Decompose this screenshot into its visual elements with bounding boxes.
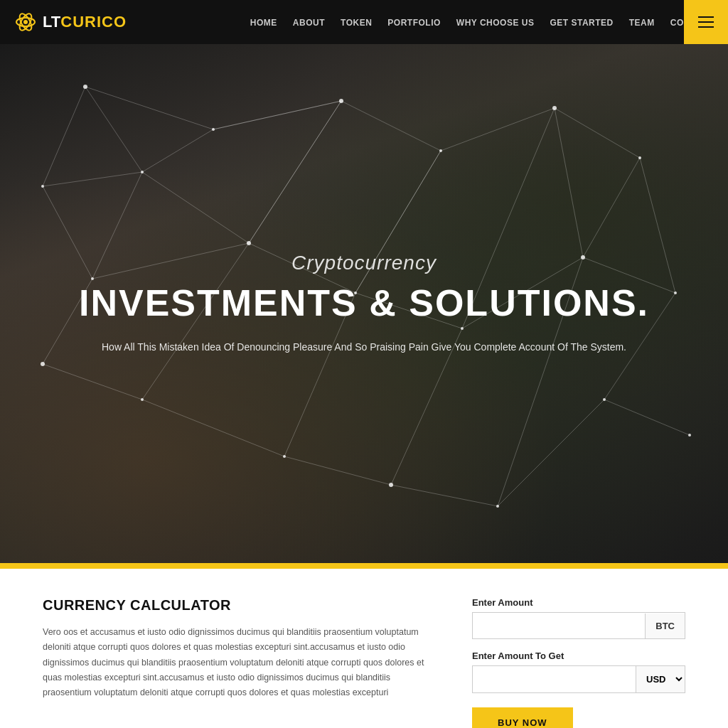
calculator-right-panel: Enter Amount BTC Enter Amount To Get USD… <box>472 597 685 728</box>
svg-point-49 <box>247 241 251 245</box>
nav-list: HOME ABOUT TOKEN PORTFOLIO WHY CHOOSE US… <box>250 16 714 28</box>
nav-item-token: TOKEN <box>341 16 372 28</box>
nav-item-team: TEAM <box>629 16 655 28</box>
nav-link-choose[interactable]: WHY CHOOSE US <box>456 18 535 28</box>
svg-point-3 <box>23 20 28 24</box>
nav-item-about: ABOUT <box>293 16 325 28</box>
svg-point-45 <box>439 149 442 152</box>
svg-point-62 <box>688 434 691 437</box>
hero-description: How All This Mistaken Idea Of Denouncing… <box>44 339 684 355</box>
svg-line-28 <box>142 400 284 456</box>
svg-point-47 <box>638 156 641 159</box>
svg-line-39 <box>249 101 341 243</box>
svg-point-42 <box>83 85 87 89</box>
nav-item-choose: WHY CHOOSE US <box>456 16 535 28</box>
svg-line-32 <box>391 485 498 506</box>
svg-point-53 <box>41 185 44 188</box>
svg-line-41 <box>555 108 583 257</box>
calculator-title: CURRENCY CALCULATOR <box>43 597 429 614</box>
svg-point-56 <box>41 362 45 366</box>
calculator-section: CURRENCY CALCULATOR Vero oos et accusamu… <box>0 566 728 728</box>
calculator-description: Vero oos et accusamus et iusto odio dign… <box>43 625 429 700</box>
svg-point-58 <box>283 455 286 458</box>
svg-line-19 <box>43 172 142 186</box>
svg-point-48 <box>141 171 144 173</box>
hamburger-button[interactable] <box>684 0 728 44</box>
nav-link-token[interactable]: TOKEN <box>341 18 372 28</box>
nav-link-start[interactable]: GET STARTED <box>550 18 613 28</box>
svg-point-60 <box>496 505 499 508</box>
hamburger-icon <box>698 16 714 28</box>
logo-text: LTCURICO <box>43 13 127 31</box>
calculator-left-panel: CURRENCY CALCULATOR Vero oos et accusamu… <box>43 597 429 700</box>
hero-section: Cryptocurrency INVESTMENTS & SOLUTIONS. … <box>0 44 728 563</box>
svg-point-59 <box>389 483 393 487</box>
svg-line-36 <box>604 400 690 435</box>
hero-content: Cryptocurrency INVESTMENTS & SOLUTIONS. … <box>0 252 728 355</box>
svg-point-43 <box>212 128 215 131</box>
svg-line-11 <box>142 172 249 243</box>
hamburger-line-2 <box>698 21 714 23</box>
svg-point-61 <box>603 398 606 401</box>
svg-line-38 <box>213 101 341 129</box>
nav-link-home[interactable]: HOME <box>250 18 277 28</box>
svg-point-44 <box>339 99 343 103</box>
logo-name: CURICO <box>60 13 127 31</box>
hamburger-line-3 <box>698 26 714 28</box>
enter-amount-input[interactable] <box>473 613 645 638</box>
btc-currency-label: BTC <box>645 614 685 638</box>
logo-lt: LT <box>43 13 60 31</box>
svg-line-8 <box>555 108 640 158</box>
enter-amount-to-get-row: USD EUR BTC ETH <box>472 665 685 693</box>
buy-now-button[interactable]: BUY NOW <box>472 707 573 728</box>
svg-line-30 <box>284 456 391 485</box>
hero-title: INVESTMENTS & SOLUTIONS. <box>43 283 685 323</box>
svg-point-57 <box>141 398 144 401</box>
nav-link-about[interactable]: ABOUT <box>293 18 325 28</box>
svg-line-37 <box>43 87 85 186</box>
svg-point-46 <box>552 106 557 110</box>
to-get-amount-input[interactable] <box>473 667 636 692</box>
svg-line-34 <box>498 400 604 506</box>
nav-item-home: HOME <box>250 16 277 28</box>
navbar: LTCURICO HOME ABOUT TOKEN PORTFOLIO WHY … <box>0 0 728 44</box>
nav-item-portfolio: PORTFOLIO <box>387 16 441 28</box>
logo-icon <box>14 11 37 33</box>
nav-item-start: GET STARTED <box>550 16 613 28</box>
svg-line-6 <box>341 101 441 151</box>
svg-line-7 <box>441 108 555 151</box>
hamburger-line-1 <box>698 16 714 18</box>
enter-amount-row: BTC <box>472 612 685 639</box>
hero-subtitle: Cryptocurrency <box>43 252 685 274</box>
nav-link-team[interactable]: TEAM <box>629 18 655 28</box>
svg-line-10 <box>142 129 213 172</box>
enter-amount-to-get-label: Enter Amount To Get <box>472 651 685 661</box>
svg-line-4 <box>85 87 213 129</box>
logo-svg <box>15 11 36 33</box>
svg-line-18 <box>583 158 640 257</box>
logo-link[interactable]: LTCURICO <box>14 11 127 33</box>
svg-line-9 <box>85 87 142 172</box>
currency-select[interactable]: USD EUR BTC ETH <box>636 666 685 692</box>
enter-amount-label: Enter Amount <box>472 597 685 608</box>
nav-link-portfolio[interactable]: PORTFOLIO <box>387 18 441 28</box>
svg-line-26 <box>43 364 142 400</box>
